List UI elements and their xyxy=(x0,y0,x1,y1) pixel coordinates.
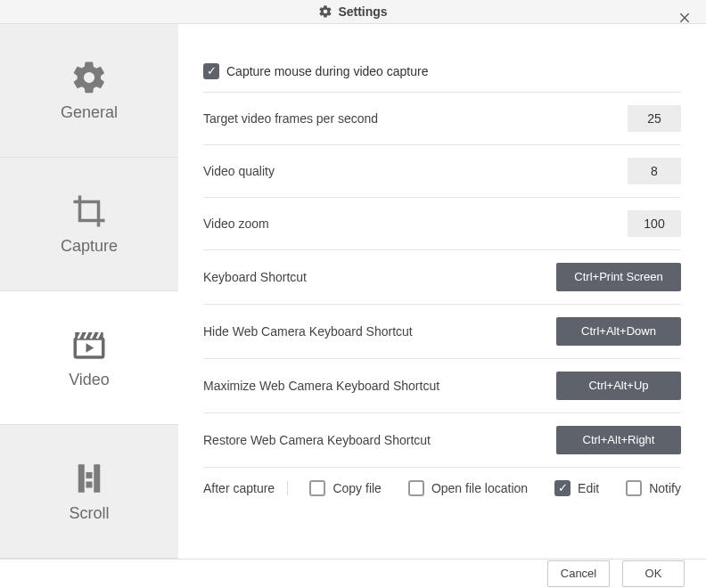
main-panel: Capture mouse during video capture Targe… xyxy=(178,24,706,559)
quality-row: Video quality 8 xyxy=(203,145,681,198)
sidebar-item-label: Scroll xyxy=(69,504,109,523)
edit-checkbox[interactable] xyxy=(554,480,571,496)
close-icon xyxy=(677,11,692,25)
footer: Cancel OK xyxy=(0,559,706,588)
hide-cam-shortcut-row: Hide Web Camera Keyboard Shortcut Ctrl+A… xyxy=(203,305,681,359)
copy-file-label: Copy file xyxy=(332,481,381,495)
restore-cam-label: Restore Web Camera Keyboard Shortcut xyxy=(203,433,431,447)
restore-cam-shortcut-button[interactable]: Ctrl+Alt+Right xyxy=(556,426,681,454)
max-cam-label: Maximize Web Camera Keyboard Shortcut xyxy=(203,379,439,393)
sidebar-item-label: General xyxy=(61,103,118,122)
sidebar-item-label: Video xyxy=(69,371,110,389)
shortcut-button[interactable]: Ctrl+Print Screen xyxy=(556,263,681,291)
capture-mouse-checkbox[interactable] xyxy=(203,63,219,79)
fps-label: Target video frames per second xyxy=(203,111,378,126)
after-opt-notify[interactable]: Notify xyxy=(626,480,681,496)
capture-mouse-option[interactable]: Capture mouse during video capture xyxy=(203,63,428,79)
gear-icon xyxy=(70,59,108,96)
zoom-value[interactable]: 100 xyxy=(628,210,681,237)
after-capture-options: Copy file Open file location Edit Notify xyxy=(309,480,681,496)
after-opt-copy[interactable]: Copy file xyxy=(309,480,381,496)
hide-cam-shortcut-button[interactable]: Ctrl+Alt+Down xyxy=(556,317,681,346)
zoom-row: Video zoom 100 xyxy=(203,198,681,250)
zoom-label: Video zoom xyxy=(203,216,269,231)
sidebar-item-capture[interactable]: Capture xyxy=(0,158,178,291)
max-cam-shortcut-row: Maximize Web Camera Keyboard Shortcut Ct… xyxy=(203,359,681,413)
after-capture-label: After capture xyxy=(203,481,288,495)
sidebar-item-video[interactable]: Video xyxy=(0,291,178,425)
notify-label: Notify xyxy=(649,481,681,495)
after-capture-row: After capture Copy file Open file locati… xyxy=(203,468,681,496)
fps-value[interactable]: 25 xyxy=(628,105,681,132)
svg-rect-3 xyxy=(94,464,100,493)
gear-icon xyxy=(318,4,332,19)
settings-window: Settings General Capture xyxy=(0,0,706,588)
restore-cam-shortcut-row: Restore Web Camera Keyboard Shortcut Ctr… xyxy=(203,413,681,468)
hide-cam-label: Hide Web Camera Keyboard Shortcut xyxy=(203,324,413,339)
clapperboard-icon xyxy=(70,326,108,363)
quality-value[interactable]: 8 xyxy=(628,158,681,184)
ok-button[interactable]: OK xyxy=(622,560,685,587)
copy-file-checkbox[interactable] xyxy=(309,480,325,496)
body: General Capture Video Scroll xyxy=(0,24,706,559)
title-text: Settings xyxy=(338,4,387,19)
max-cam-shortcut-button[interactable]: Ctrl+Alt+Up xyxy=(556,372,681,400)
sidebar-item-scroll[interactable]: Scroll xyxy=(0,425,178,559)
shortcut-row: Keyboard Shortcut Ctrl+Print Screen xyxy=(203,250,681,305)
titlebar: Settings xyxy=(0,0,706,24)
sidebar-item-general[interactable]: General xyxy=(0,24,178,158)
shortcut-label: Keyboard Shortcut xyxy=(203,270,307,284)
open-location-label: Open file location xyxy=(431,481,528,495)
crop-icon xyxy=(70,192,108,230)
capture-mouse-row: Capture mouse during video capture xyxy=(203,51,681,93)
fps-row: Target video frames per second 25 xyxy=(203,93,681,145)
sidebar-item-label: Capture xyxy=(61,237,118,256)
quality-label: Video quality xyxy=(203,164,275,178)
after-opt-open[interactable]: Open file location xyxy=(408,480,528,496)
scroll-icon xyxy=(70,460,108,497)
svg-rect-5 xyxy=(86,481,93,487)
after-opt-edit[interactable]: Edit xyxy=(554,480,599,496)
edit-label: Edit xyxy=(578,481,599,495)
cancel-button[interactable]: Cancel xyxy=(547,560,610,587)
title-wrap: Settings xyxy=(318,4,387,19)
svg-rect-2 xyxy=(78,464,85,493)
open-location-checkbox[interactable] xyxy=(408,480,424,496)
notify-checkbox[interactable] xyxy=(626,480,642,496)
sidebar: General Capture Video Scroll xyxy=(0,24,178,559)
svg-rect-4 xyxy=(86,472,93,478)
capture-mouse-label: Capture mouse during video capture xyxy=(226,64,428,78)
